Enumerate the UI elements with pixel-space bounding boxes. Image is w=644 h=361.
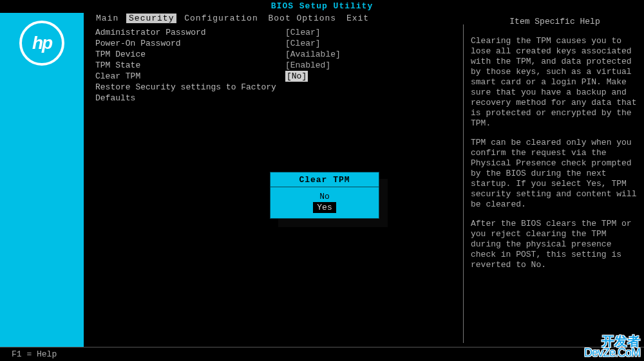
help-panel: Item Specific Help Clearing the TPM caus… (464, 13, 644, 343)
app-title: BIOS Setup Utility (0, 0, 644, 13)
help-title: Item Specific Help (471, 17, 639, 27)
setting-value: [Enabled] (285, 60, 330, 71)
dialog-title: Clear TPM (270, 172, 379, 187)
top-menu: Main Security Configuration Boot Options… (93, 13, 372, 24)
help-hint: F1 = Help (12, 349, 57, 359)
dialog-option-no[interactable]: No (319, 192, 330, 201)
setting-label: Administrator Password (95, 27, 285, 38)
dialog-option-row: Yes (270, 202, 379, 213)
setting-row[interactable]: Clear TPM[No] (95, 71, 451, 82)
help-paragraph: TPM can be cleared only when you confirm… (471, 138, 639, 210)
help-paragraph: Clearing the TPM causes you to lose all … (471, 36, 639, 129)
setting-label: Power-On Password (95, 38, 285, 49)
help-paragraph: After the BIOS clears the TPM or you rej… (471, 219, 639, 270)
dialog-options: NoYes (270, 187, 379, 218)
menu-item-security[interactable]: Security (126, 14, 176, 23)
footer-bar: F1 = Help (0, 347, 644, 361)
logo-panel: hp (0, 13, 84, 354)
setting-value: [Clear] (285, 38, 321, 49)
setting-value: [Available] (285, 49, 341, 60)
setting-label: TPM Device (95, 49, 285, 60)
menu-item-boot-options[interactable]: Boot Options (266, 14, 339, 23)
setting-label: Clear TPM (95, 71, 285, 82)
setting-row[interactable]: TPM Device[Available] (95, 49, 451, 60)
setting-row[interactable]: Power-On Password[Clear] (95, 38, 451, 49)
setting-row[interactable]: Administrator Password[Clear] (95, 27, 451, 38)
setting-label: TPM State (95, 60, 285, 71)
setting-row[interactable]: TPM State[Enabled] (95, 60, 451, 71)
menu-item-main[interactable]: Main (93, 14, 121, 23)
setting-value: [No] (285, 71, 308, 82)
setting-value: [Clear] (285, 27, 321, 38)
dialog-option-row: No (270, 191, 379, 202)
hp-logo-icon: hp (19, 21, 64, 66)
dialog-option-yes[interactable]: Yes (313, 202, 336, 213)
menu-item-exit[interactable]: Exit (344, 14, 372, 23)
menu-item-configuration[interactable]: Configuration (182, 14, 260, 23)
clear-tpm-dialog: Clear TPM NoYes (270, 172, 379, 219)
setting-label: Restore Security settings to Factory Def… (95, 82, 285, 93)
setting-row[interactable]: Restore Security settings to Factory Def… (95, 82, 451, 93)
